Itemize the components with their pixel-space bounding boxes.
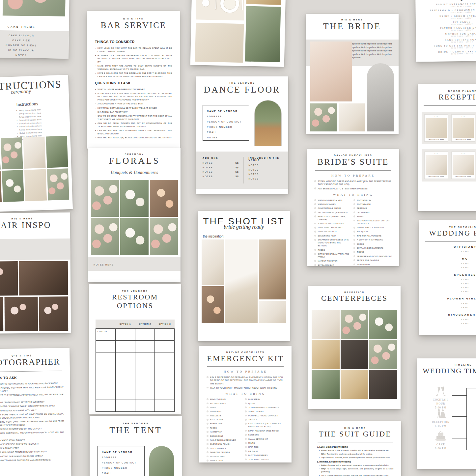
timeline-event-time: 8:00 PM	[435, 447, 447, 450]
photographer-question: WHAT IS THE BENEFIT OF HAVING TWO PHOTOG…	[0, 404, 64, 408]
emergency-kit-title: EMERGENCY KIT	[207, 354, 284, 363]
ek-prepare-item: TALK TO YOUR HAIR + MAKEUP ARTIST ABOUT …	[207, 386, 284, 389]
checkbox-circle-icon	[353, 264, 355, 266]
ek-bring-item: BLOTTING PAPERS	[245, 454, 284, 457]
bs-bring-item: SOMETHING BORROWED	[314, 226, 350, 229]
wp-role: MC	[423, 257, 476, 260]
addon-row: NOTES $$	[203, 175, 239, 178]
checkbox-circle-icon	[314, 203, 316, 205]
ek-bring-item: TOOTHBRUSH & TOOTHPASTE	[245, 406, 284, 409]
restroom-cell	[135, 388, 155, 400]
wp-name-slot: NAME	[423, 282, 476, 286]
photo-dress-back	[339, 103, 365, 131]
timeline-title: WEDDING TIMELINE	[421, 367, 476, 375]
cake-field-label: CAKE FLAVOUR	[0, 32, 69, 39]
page-wedding-timeline: TIMELINE WEDDING TIMELINE COCKTAIL HOUR5…	[417, 358, 476, 469]
photographer-question: WHAT CAN WE PROVIDE YOU WITH THAT WILL H…	[0, 385, 64, 393]
wp-section: SPEECHES NAMENAMENAMENAME	[423, 273, 476, 294]
checkbox-circle-icon	[207, 410, 209, 412]
bs-bring-item: STATIONARY NEEDED FOR FLAT LAY IMAGES	[353, 219, 392, 225]
ek-bring-header: WHAT TO BRING	[207, 392, 284, 395]
bs-bring-item: VOW BOOKS + EXTRA PEN	[353, 226, 392, 229]
photographer-question: WILL YOU BE USING YOUR OWN FORM OF TRANS…	[0, 419, 64, 427]
checkbox-circle-icon	[245, 419, 247, 421]
addon-label: NOTES	[203, 166, 213, 169]
bar-question-item: WHAT IN HOUSE WINE/BEER DO YOU SERVE?	[95, 88, 172, 91]
checkbox-circle-icon	[353, 207, 355, 209]
ek-bring-item: TOUCH UP LIPSTICK	[245, 458, 284, 461]
place-setting-illustration	[196, 0, 245, 20]
bs-bring-item: TIPS FOR ALL VENDORS	[353, 235, 392, 238]
page-the-tent: THE VENDORS THE TENT NAME OF VENDOR ADDR…	[90, 416, 182, 476]
bar-question-item: CAN WE DO DRINK TICKETS AND PAY BY CONSU…	[95, 122, 172, 128]
photo-centerpiece-garland	[312, 370, 340, 399]
photographer-title: PHOTOGRAPHER	[0, 357, 63, 368]
hair-notes-panel	[0, 238, 70, 260]
photo-centerpiece-gold	[312, 340, 340, 369]
restroom-cell	[116, 400, 135, 411]
timeline-connector	[452, 416, 466, 417]
brides-suite-title: BRIDE'S SUITE	[314, 157, 392, 167]
ek-bring-item: BAND-AIDS	[207, 410, 241, 413]
addon-label: NOTES	[203, 175, 213, 178]
florals-kicker: CEREMONY	[91, 153, 178, 155]
suit-bullet: Tip: A bow tie, cufflinks, and a pocket …	[319, 456, 393, 459]
photo-centerpiece-white	[369, 310, 397, 339]
checkbox-circle-icon	[314, 215, 316, 217]
photo-ceremony-flowers	[47, 168, 69, 200]
bs-bring-item: ROBES	[314, 249, 350, 252]
hair-inspo-title: HAIR INSPO	[0, 220, 67, 231]
bar-consider-item: IF THERE IS A CERTAIN BEVERAGE/LIQUOR YO…	[95, 54, 172, 63]
bs-bring-item: HAIR BRUSH	[353, 263, 392, 266]
restroom-title: RESTROOM OPTIONS	[94, 293, 176, 310]
page-decor-reception: DECOR PLANNER RECEPTION X10 DESCRIPTION …	[418, 84, 476, 211]
dance-addons-panel: ADD ONS NOTES $$ NOTES $$ NOTES $$ NOTES…	[196, 152, 288, 189]
timeline-event-label: COCKTAIL HOUR	[433, 398, 449, 405]
restroom-table-row	[96, 341, 175, 352]
wp-role: OFFICIANT	[423, 245, 476, 248]
checkbox-circle-icon	[207, 443, 209, 445]
checkbox-circle-icon	[314, 227, 316, 229]
suit-guide-kicker: HIS & HERS	[317, 427, 393, 429]
ek-bring-item: BOBBY PINS	[207, 422, 241, 425]
decor-caption: DESCRIPTION HERE	[426, 176, 447, 178]
checkbox-circle-icon	[207, 406, 209, 408]
florals-notes-label: NOTES HERE	[94, 264, 114, 266]
bs-prepare-item: ASK BRIDESMAIDS TO STEAM THEIR DRESSES	[314, 187, 392, 190]
restroom-cell	[155, 364, 174, 376]
restroom-cell	[135, 329, 155, 340]
ek-bring-item: SMALL SEWING KIT	[245, 438, 284, 441]
checkbox-circle-icon	[245, 450, 247, 452]
checkbox-circle-icon	[207, 423, 209, 425]
photo-centerpiece-blush	[341, 310, 369, 339]
photo-bride-window	[259, 239, 286, 299]
checkbox-circle-icon	[207, 451, 209, 453]
ek-bring-item: HAIR TIES	[245, 446, 284, 449]
photographer-question: CAN WE SHOOT SOME TRENDS THAT WE HAVE FO…	[0, 412, 64, 420]
photo-ceremony-aisle	[0, 171, 2, 203]
decor-card: X10 DESCRIPTION HERE	[424, 114, 448, 142]
reception-song-item: SONG TO GET THE PARTY STARTED SONG NAME …	[419, 44, 476, 49]
ek-prepare-item: ASK A BRIDESMAID TO PREPARE AN EMERGENCY…	[207, 376, 284, 385]
photographer-question: WILL YOU BE POSTING OUR IMAGES TO SOCIAL…	[0, 454, 65, 458]
bs-bring-item: JEWELRY AND HAIR PEICE	[314, 222, 350, 225]
restroom-table-row	[96, 352, 175, 364]
bar-question-item: HOW MANY BOTTLES WILL BE AT EACH TABLE A…	[95, 106, 172, 110]
checkbox-circle-icon	[314, 231, 316, 233]
checkbox-circle-icon	[353, 255, 355, 257]
restroom-cell	[135, 376, 155, 388]
restroom-cell	[116, 376, 135, 388]
bar-question-item: CAN WE DO DRINK TICKETS AND PAY UPFRONT …	[95, 114, 172, 121]
photo-veil-detail	[310, 42, 352, 101]
decor-photo	[453, 118, 474, 138]
decor-photo	[426, 155, 447, 175]
decor-caption: DESCRIPTION HERE	[453, 139, 474, 140]
restroom-cell	[155, 376, 174, 388]
suit-section-heading: 7. Luxe, Glamorous Wedding	[317, 446, 393, 448]
photo-table-setting	[195, 23, 244, 63]
restroom-row-label	[96, 376, 116, 388]
checkbox-circle-icon	[314, 260, 316, 262]
checkbox-circle-icon	[314, 187, 316, 189]
checkbox-circle-icon	[245, 438, 247, 440]
checkbox-circle-icon	[245, 398, 247, 400]
